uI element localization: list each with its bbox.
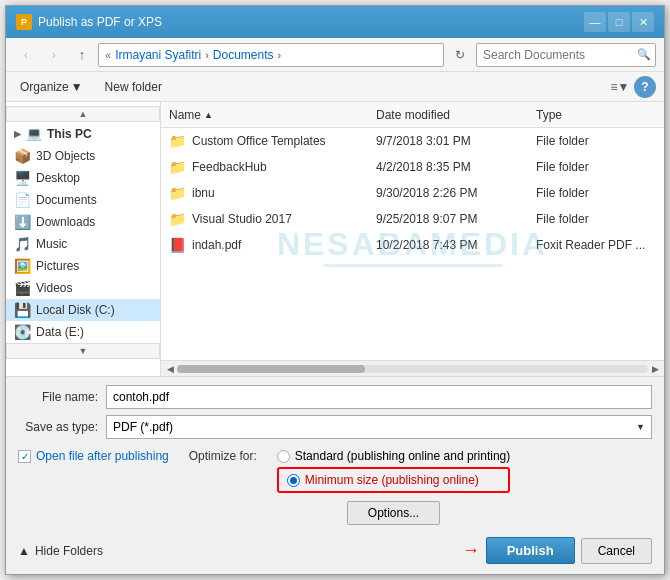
sort-arrow-icon: ▲ xyxy=(204,110,213,120)
dialog-icon: P xyxy=(16,14,32,30)
hide-folders-icon: ▲ xyxy=(18,544,30,558)
file-type: File folder xyxy=(536,134,656,148)
breadcrumb[interactable]: « Irmayani Syafitri › Documents › xyxy=(98,43,444,67)
action-buttons: → Publish Cancel xyxy=(462,537,652,564)
horizontal-scrollbar[interactable]: ◀ ▶ xyxy=(161,360,664,376)
column-name[interactable]: Name ▲ xyxy=(169,108,376,122)
sidebar-item-datae[interactable]: 💽 Data (E:) xyxy=(6,321,160,343)
file-date: 9/7/2018 3:01 PM xyxy=(376,134,536,148)
publish-button[interactable]: Publish xyxy=(486,537,575,564)
open-file-option[interactable]: ✓ Open file after publishing xyxy=(18,449,169,463)
savetype-value: PDF (*.pdf) xyxy=(113,420,173,434)
open-file-label-text: Open file after publishing xyxy=(36,449,169,463)
savetype-label: Save as type: xyxy=(18,420,98,434)
pc-icon: 💻 xyxy=(26,126,42,141)
scroll-up-arrow[interactable]: ▲ xyxy=(6,106,160,122)
desktop-icon: 🖥️ xyxy=(14,170,31,186)
table-row[interactable]: 📁 ibnu 9/30/2018 2:26 PM File folder xyxy=(161,180,664,206)
file-name: FeedbackHub xyxy=(192,160,376,174)
hide-folders-button[interactable]: ▲ Hide Folders xyxy=(18,544,103,558)
dialog: P Publish as PDF or XPS — □ ✕ ‹ › ↑ « Ir… xyxy=(5,5,665,575)
options-button[interactable]: Options... xyxy=(347,501,440,525)
hide-folders-label: Hide Folders xyxy=(35,544,103,558)
file-name: Custom Office Templates xyxy=(192,134,376,148)
file-type: File folder xyxy=(536,212,656,226)
sidebar-item-label: Data (E:) xyxy=(36,325,84,339)
column-date[interactable]: Date modified xyxy=(376,108,536,122)
documents-icon: 📄 xyxy=(14,192,31,208)
sidebar: ▲ ▶ 💻 This PC 📦 3D Objects 🖥️ Desktop 📄 … xyxy=(6,102,161,376)
folder-icon: 📁 xyxy=(169,133,187,149)
localdisk-icon: 💾 xyxy=(14,302,31,318)
pictures-icon: 🖼️ xyxy=(14,258,31,274)
view-toggle: ≡ ▼ ? xyxy=(608,76,656,98)
scrollbar-track[interactable] xyxy=(177,365,648,373)
sidebar-item-label: Videos xyxy=(36,281,72,295)
file-name: ibnu xyxy=(192,186,376,200)
minimum-option[interactable]: Minimum size (publishing online) xyxy=(287,473,500,487)
sidebar-item-label: 3D Objects xyxy=(36,149,95,163)
view-icon: ≡ xyxy=(611,80,618,94)
file-type: File folder xyxy=(536,186,656,200)
file-area: Name ▲ Date modified Type NESABAMEDIA 📁 … xyxy=(161,102,664,376)
breadcrumb-user[interactable]: Irmayani Syafitri xyxy=(115,48,201,62)
help-button[interactable]: ? xyxy=(634,76,656,98)
back-button[interactable]: ‹ xyxy=(14,43,38,67)
refresh-button[interactable]: ↻ xyxy=(448,43,472,67)
file-type: Foxit Reader PDF ... xyxy=(536,238,656,252)
open-file-checkbox[interactable]: ✓ xyxy=(18,450,31,463)
search-input[interactable] xyxy=(483,48,633,62)
sidebar-item-music[interactable]: 🎵 Music xyxy=(6,233,160,255)
file-date: 9/30/2018 2:26 PM xyxy=(376,186,536,200)
filename-input[interactable] xyxy=(106,385,652,409)
sidebar-item-documents[interactable]: 📄 Documents xyxy=(6,189,160,211)
table-row[interactable]: 📁 Custom Office Templates 9/7/2018 3:01 … xyxy=(161,128,664,154)
breadcrumb-sep2: › xyxy=(278,49,282,61)
sidebar-item-videos[interactable]: 🎬 Videos xyxy=(6,277,160,299)
table-row[interactable]: 📁 FeedbackHub 4/2/2018 8:35 PM File fold… xyxy=(161,154,664,180)
scroll-down-arrow[interactable]: ▼ xyxy=(6,343,160,359)
title-bar-left: P Publish as PDF or XPS xyxy=(16,14,162,30)
table-row[interactable]: 📕 indah.pdf 10/2/2018 7:43 PM Foxit Read… xyxy=(161,232,664,258)
organize-button[interactable]: Organize ▼ xyxy=(14,78,89,96)
sidebar-item-localdisk[interactable]: 💾 Local Disk (C:) xyxy=(6,299,160,321)
minimize-button[interactable]: — xyxy=(584,12,606,32)
this-pc-header: ▶ 💻 This PC xyxy=(6,122,160,145)
minimum-label: Minimum size (publishing online) xyxy=(305,473,479,487)
cancel-button[interactable]: Cancel xyxy=(581,538,652,564)
breadcrumb-folder[interactable]: Documents xyxy=(213,48,274,62)
sidebar-item-desktop[interactable]: 🖥️ Desktop xyxy=(6,167,160,189)
savetype-select[interactable]: PDF (*.pdf) ▼ xyxy=(106,415,652,439)
dialog-title: Publish as PDF or XPS xyxy=(38,15,162,29)
scrollbar-thumb[interactable] xyxy=(177,365,365,373)
scroll-left-button[interactable]: ◀ xyxy=(163,362,177,376)
search-box[interactable]: 🔍 xyxy=(476,43,656,67)
new-folder-button[interactable]: New folder xyxy=(97,78,170,96)
table-row[interactable]: 📁 Visual Studio 2017 9/25/2018 9:07 PM F… xyxy=(161,206,664,232)
standard-radio[interactable] xyxy=(277,450,290,463)
options-area: ✓ Open file after publishing Optimize fo… xyxy=(18,445,652,531)
sidebar-item-downloads[interactable]: ⬇️ Downloads xyxy=(6,211,160,233)
up-button[interactable]: ↑ xyxy=(70,43,94,67)
maximize-button[interactable]: □ xyxy=(608,12,630,32)
view-toggle-button[interactable]: ≡ ▼ xyxy=(608,76,632,98)
action-row: ▲ Hide Folders → Publish Cancel xyxy=(18,531,652,566)
select-arrow-icon: ▼ xyxy=(636,422,645,432)
close-button[interactable]: ✕ xyxy=(632,12,654,32)
sidebar-item-label: Downloads xyxy=(36,215,95,229)
folder-icon: 📁 xyxy=(169,211,187,227)
file-date: 10/2/2018 7:43 PM xyxy=(376,238,536,252)
sidebar-item-3dobjects[interactable]: 📦 3D Objects xyxy=(6,145,160,167)
organize-label: Organize xyxy=(20,80,69,94)
publish-arrow-icon: → xyxy=(462,540,480,561)
forward-button[interactable]: › xyxy=(42,43,66,67)
column-type[interactable]: Type xyxy=(536,108,656,122)
optimize-label: Optimize for: xyxy=(189,449,257,463)
minimum-radio[interactable] xyxy=(287,474,300,487)
breadcrumb-sep1: › xyxy=(205,49,209,61)
file-date: 9/25/2018 9:07 PM xyxy=(376,212,536,226)
scroll-right-button[interactable]: ▶ xyxy=(648,362,662,376)
organize-arrow-icon: ▼ xyxy=(71,80,83,94)
standard-option[interactable]: Standard (publishing online and printing… xyxy=(277,449,510,463)
sidebar-item-pictures[interactable]: 🖼️ Pictures xyxy=(6,255,160,277)
